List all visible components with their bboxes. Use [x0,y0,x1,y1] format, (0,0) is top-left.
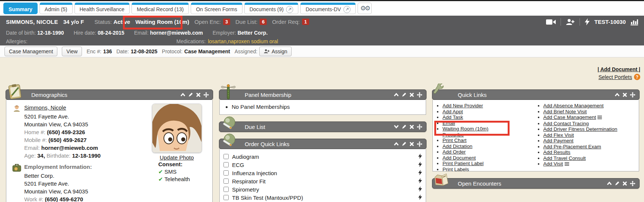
quick-link[interactable]: Add Task [442,114,463,120]
order-checkbox[interactable] [223,179,229,184]
medication-link[interactable]: losartan [208,38,226,44]
quick-link[interactable]: Add Absence Management [543,103,604,108]
lightning-bolt-icon[interactable] [418,194,422,201]
edit-pencil-icon[interactable] [402,92,407,97]
work-phone-label: Work #: [24,195,43,202]
tab-documents[interactable]: Documents (9) [244,3,299,14]
move-icon[interactable] [417,92,422,98]
edit-pencil-icon[interactable] [402,141,407,146]
collapse-icon[interactable] [394,142,399,146]
consent-label: Consent: [158,161,190,168]
lightning-bolt-icon[interactable] [418,161,422,168]
due-list-badge[interactable]: 6 [260,19,267,25]
lightning-bolt-icon[interactable] [585,18,590,25]
quick-link[interactable]: Add Brief Note Visit [543,109,587,114]
quick-link[interactable]: Add Dictation [442,143,472,149]
settings-gears-icon[interactable]: ⚙⚙ [358,3,372,14]
quick-link[interactable]: Add Appt [442,109,463,114]
tab-on-screen-forms[interactable]: On Screen Forms [191,3,242,14]
video-camera-icon[interactable] [546,19,556,25]
quick-link[interactable]: Print Patient Label [442,161,483,166]
move-icon[interactable] [417,124,422,130]
hire-date-value: 08-24-2015 [98,30,124,36]
move-icon[interactable] [203,92,209,98]
edit-pencil-icon[interactable] [188,92,193,97]
add-document-link[interactable]: | Add Document | [597,66,640,72]
external-link-icon[interactable] [343,6,350,13]
order-checkbox[interactable] [223,154,229,159]
quick-link[interactable]: Add Visit [543,161,563,167]
consent-item: SMS [165,168,177,175]
lightning-bolt-icon[interactable] [418,170,422,177]
select-portlets-link[interactable]: Select Portlets [599,74,632,80]
move-icon[interactable] [630,92,635,98]
chart-icon[interactable] [631,19,638,25]
edit-pencil-icon[interactable] [615,181,620,186]
quick-link[interactable]: Add Travel Consult [543,155,586,161]
quick-link[interactable]: Print Labels [442,167,469,172]
quick-link[interactable]: Add Order [442,149,466,155]
close-icon[interactable] [622,92,627,97]
open-encounters-header[interactable]: Open Encounters [432,178,640,189]
lightning-bolt-icon[interactable] [418,153,422,160]
patient-photo[interactable] [152,104,202,153]
quick-links-header[interactable]: Quick Links [432,89,640,100]
move-icon[interactable] [417,141,422,147]
quick-link[interactable]: Add Document [442,155,476,161]
quick-link[interactable]: Add Contact Tracing [543,121,589,126]
help-icon[interactable]: ? [634,74,640,80]
assign-button[interactable]: Assign [259,47,292,56]
close-icon[interactable] [622,181,627,186]
close-icon[interactable] [409,124,414,129]
panel-membership-header[interactable]: Panel Membership [219,89,426,100]
lightning-bolt-icon[interactable] [418,178,422,185]
expand-icon[interactable] [394,124,399,129]
quick-link[interactable]: Add Case Management [543,114,596,120]
email-label: Email: [134,30,149,36]
order-checkbox[interactable] [223,195,229,200]
quick-link[interactable]: Add New Provider [442,103,483,108]
medication-link[interactable]: naproxen sodium oral [228,38,278,44]
portlet-title: Order Quick Links [245,141,394,147]
collapse-icon[interactable] [615,92,620,97]
order-quick-links-header[interactable]: Order Quick Links [219,139,426,149]
collapse-icon[interactable] [607,181,612,186]
quick-link[interactable]: Add Flex Visit [543,132,574,138]
open-enc-badge[interactable]: 3 [223,19,230,25]
order-req-badge[interactable]: 1 [302,19,309,25]
order-checkbox[interactable] [223,187,229,192]
order-quick-links-portlet: Order Quick Links Audiogram ECG [219,139,426,202]
wrench-icon [433,83,451,100]
patient-name-link[interactable]: Simmons, Nicole [24,104,66,111]
close-icon[interactable] [409,142,414,146]
close-icon[interactable] [196,92,201,97]
tab-documents-dv[interactable]: Documents-DV [300,3,356,14]
quick-link[interactable]: Add Results [543,149,571,155]
quick-link-item: Add Document [442,155,536,161]
quick-link[interactable]: Print Chart [442,138,467,143]
update-photo-link[interactable]: Update Photo [160,154,194,161]
tab-medical-record[interactable]: Medical Record (13) [131,3,189,14]
order-checkbox[interactable] [223,170,229,176]
employer-address: Mountain View, CA 94035 [9,187,144,195]
tab-health-surveillance[interactable]: Health Surveillance [74,3,130,14]
quick-link[interactable]: Add Pre-Placement Exam [543,144,601,149]
edit-pencil-icon[interactable] [402,124,407,129]
close-icon[interactable] [409,92,414,97]
external-link-icon[interactable] [286,6,293,13]
case-management-button[interactable]: Case Management [4,47,57,56]
tab-admin[interactable]: Admin (5) [39,3,73,14]
collapse-icon[interactable] [180,92,185,97]
quick-link[interactable]: Add Payment [543,138,574,143]
move-icon[interactable] [630,181,635,186]
lightning-bolt-icon[interactable] [418,186,422,193]
due-list-header[interactable]: Due List [219,121,426,132]
quick-link[interactable]: Add Driver Fitness Determination [543,126,618,132]
tab-summary[interactable]: Summary [3,3,38,14]
collapse-icon[interactable] [394,92,399,97]
tab-label: Summary [9,6,32,12]
order-checkbox[interactable] [223,162,229,167]
view-button[interactable]: View [62,47,82,56]
demographics-header[interactable]: Demographics [6,89,213,100]
add-person-icon[interactable] [566,19,575,25]
